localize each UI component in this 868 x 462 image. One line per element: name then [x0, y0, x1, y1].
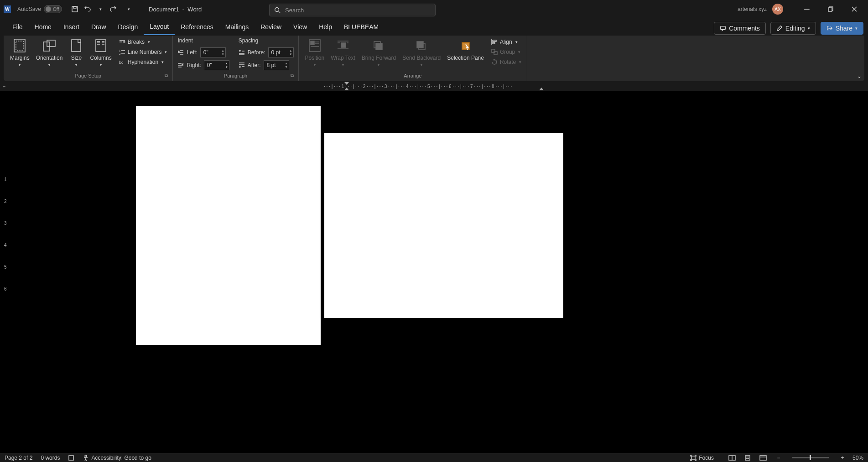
toggle-knob	[46, 6, 51, 12]
editing-button[interactable]: Editing ▾	[770, 22, 816, 35]
rotate-button[interactable]: Rotate▾	[490, 57, 522, 67]
tab-mailings[interactable]: Mailings	[219, 20, 255, 34]
indent-marker[interactable]	[344, 82, 349, 90]
svg-rect-4	[828, 8, 832, 11]
spellcheck-icon[interactable]	[68, 455, 74, 461]
line-numbers-icon: 12	[119, 49, 125, 55]
ruler-h-marks: · · · | · · · 1 · · · | · · · 2 · · · | …	[324, 84, 512, 89]
undo-icon[interactable]	[82, 4, 93, 15]
hyphenation-button[interactable]: bc Hyphenation▾	[118, 57, 168, 67]
tab-view[interactable]: View	[287, 20, 313, 34]
ruler-v-mark: 5	[4, 265, 7, 270]
print-layout-icon[interactable]	[742, 454, 753, 462]
space-after-input[interactable]: 8 pt▲▼	[264, 60, 289, 70]
vertical-ruler[interactable]: 1 2 3 4 5 6	[2, 91, 10, 453]
read-mode-icon[interactable]	[727, 454, 738, 462]
spinner-icon[interactable]: ▲▼	[285, 62, 288, 69]
wrap-text-button[interactable]: Wrap Text▾	[329, 37, 357, 68]
indent-right-input[interactable]: 0"▲▼	[204, 60, 229, 70]
indent-left-icon	[177, 50, 184, 55]
svg-rect-57	[492, 49, 495, 52]
selection-pane-icon	[458, 38, 473, 53]
accessibility-icon	[83, 455, 89, 461]
position-button[interactable]: Position▾	[303, 37, 327, 68]
spinner-icon[interactable]: ▲▼	[225, 62, 228, 69]
zoom-out-button[interactable]: −	[773, 454, 784, 462]
undo-dropdown[interactable]: ▾	[95, 4, 106, 15]
search-box[interactable]: Search	[269, 4, 436, 16]
tab-bluebeam[interactable]: BLUEBEAM	[338, 20, 385, 34]
size-button[interactable]: Size▾	[67, 37, 85, 68]
space-before-input[interactable]: 0 pt▲▼	[268, 47, 294, 57]
close-button[interactable]	[845, 4, 863, 15]
spinner-icon[interactable]: ▲▼	[290, 49, 292, 56]
line-numbers-button[interactable]: 12 Line Numbers▾	[118, 47, 168, 57]
zoom-slider[interactable]	[792, 457, 829, 458]
tab-file[interactable]: File	[6, 20, 29, 34]
autosave-toggle[interactable]: Off	[44, 5, 62, 13]
spinner-icon[interactable]: ▲▼	[222, 49, 224, 56]
svg-line-3	[279, 11, 281, 13]
selection-pane-button[interactable]: Selection Pane	[445, 37, 486, 62]
group-paragraph: Indent Left: 0"▲▼ Right: 0"▲▼ Spacing Be…	[173, 36, 298, 81]
tab-draw[interactable]: Draw	[85, 20, 112, 34]
space-before-icon	[239, 50, 245, 55]
tab-insert[interactable]: Insert	[57, 20, 85, 34]
accessibility-status[interactable]: Accessibility: Good to go	[83, 455, 151, 461]
tab-references[interactable]: References	[175, 20, 219, 34]
svg-rect-40	[311, 41, 314, 45]
svg-text:bc: bc	[119, 60, 124, 65]
before-label: Before:	[248, 49, 265, 56]
svg-rect-64	[745, 456, 750, 460]
indent-label: Indent	[177, 37, 229, 44]
tab-home[interactable]: Home	[29, 20, 57, 34]
focus-button[interactable]: Focus	[690, 455, 714, 461]
rotate-icon	[491, 59, 498, 65]
tab-design[interactable]: Design	[112, 20, 144, 34]
comments-button[interactable]: Comments	[714, 22, 766, 35]
bring-forward-button[interactable]: Bring Forward▾	[360, 37, 398, 68]
maximize-button[interactable]	[821, 4, 840, 15]
svg-rect-61	[691, 456, 695, 460]
document-page-2[interactable]	[324, 133, 563, 318]
breaks-button[interactable]: Breaks▾	[118, 37, 168, 47]
focus-icon	[690, 455, 696, 461]
document-page-1[interactable]	[136, 106, 321, 345]
document-area: 1 2 3 4 5 6	[0, 91, 868, 453]
save-icon[interactable]	[69, 4, 80, 15]
indent-left-input[interactable]: 0"▲▼	[200, 47, 226, 57]
share-button[interactable]: Share ▾	[821, 22, 863, 35]
page-setup-launcher[interactable]: ⧉	[165, 73, 168, 78]
tab-review[interactable]: Review	[255, 20, 287, 34]
right-indent-marker[interactable]	[539, 88, 544, 90]
ribbon-collapse-icon[interactable]: ⌄	[857, 73, 862, 79]
web-layout-icon[interactable]	[758, 454, 769, 462]
comment-icon	[720, 25, 726, 31]
group-icon	[491, 49, 498, 55]
page-indicator[interactable]: Page 2 of 2	[5, 455, 32, 461]
word-count[interactable]: 0 words	[41, 455, 60, 461]
right-label: Right:	[187, 62, 201, 68]
tab-help[interactable]: Help	[313, 20, 338, 34]
horizontal-ruler[interactable]: ⌐ · · · | · · · 1 · · · | · · · 2 · · · …	[0, 82, 868, 91]
zoom-level[interactable]: 50%	[852, 455, 863, 461]
zoom-in-button[interactable]: +	[837, 454, 848, 462]
svg-rect-49	[376, 43, 382, 50]
svg-text:1: 1	[119, 49, 121, 52]
tab-layout[interactable]: Layout	[144, 19, 175, 35]
send-backward-button[interactable]: Send Backward▾	[400, 37, 442, 68]
svg-rect-0	[72, 6, 78, 12]
group-button[interactable]: Group▾	[490, 47, 522, 57]
margins-button[interactable]: Margins▾	[8, 37, 31, 68]
columns-button[interactable]: Columns▾	[88, 37, 113, 68]
svg-rect-58	[494, 52, 497, 55]
minimize-button[interactable]: ─	[798, 4, 816, 15]
redo-icon[interactable]	[108, 4, 119, 15]
avatar[interactable]: AX	[772, 4, 783, 15]
paragraph-launcher[interactable]: ⧉	[291, 73, 294, 78]
send-backward-icon	[414, 38, 429, 53]
orientation-button[interactable]: Orientation▾	[34, 37, 65, 68]
svg-rect-7	[721, 26, 726, 30]
qat-customize-icon[interactable]: ▾	[123, 4, 134, 15]
align-button[interactable]: Align▾	[490, 37, 522, 47]
